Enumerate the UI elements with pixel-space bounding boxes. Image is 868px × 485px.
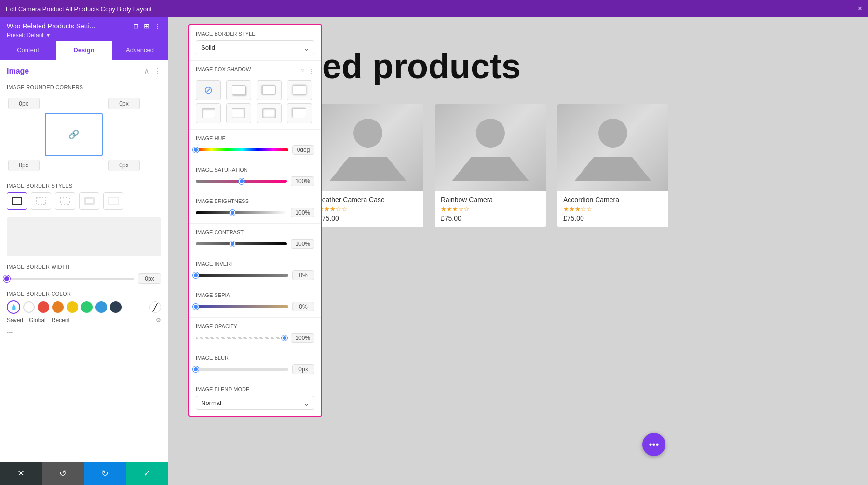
color-swatches: 💧 ╱ bbox=[7, 300, 161, 314]
fp-blur-slider-row: 0px bbox=[196, 364, 314, 374]
border-width-track[interactable] bbox=[7, 278, 134, 280]
swatch-red[interactable] bbox=[38, 301, 49, 313]
fp-sepia-track[interactable] bbox=[196, 305, 288, 308]
fp-sepia-value[interactable]: 0% bbox=[292, 302, 314, 311]
product-stars-3: ★★★☆☆ bbox=[563, 205, 663, 213]
fp-blur-track[interactable] bbox=[196, 368, 288, 371]
columns-icon[interactable]: ⊞ bbox=[144, 22, 149, 30]
fp-blend-mode-select[interactable]: Normal Multiply Screen Overlay bbox=[196, 396, 314, 410]
close-button[interactable]: × bbox=[858, 4, 862, 13]
product-card-2: Rainbow Camera ★★★☆☆ £75.00 bbox=[435, 104, 546, 227]
border-styles-buttons bbox=[7, 192, 161, 210]
fp-contrast-label: Image Contrast bbox=[196, 229, 314, 235]
fp-hue-value[interactable]: 0deg bbox=[292, 145, 314, 155]
fp-opacity-section: Image Opacity 100% bbox=[189, 318, 321, 349]
svg-rect-5 bbox=[108, 198, 118, 204]
fp-saturation-value[interactable]: 100% bbox=[291, 176, 314, 186]
color-settings-icon[interactable]: ⚙ bbox=[156, 317, 161, 323]
shadow-inner-left-option[interactable] bbox=[226, 103, 251, 123]
product-thumb-2 bbox=[435, 104, 546, 191]
color-tab-saved[interactable]: Saved bbox=[7, 317, 23, 323]
undo-button[interactable]: ↺ bbox=[42, 462, 84, 485]
link-icon[interactable]: 🔗 bbox=[68, 129, 79, 140]
fp-box-shadow-header: Image Box Shadow ? ⋮ bbox=[196, 67, 314, 76]
fp-hue-section: Image Hue 0deg bbox=[189, 130, 321, 161]
eyedropper-button[interactable]: 💧 bbox=[7, 300, 20, 314]
section-title: Image bbox=[7, 67, 29, 76]
fp-invert-track[interactable] bbox=[196, 274, 288, 277]
swatch-yellow[interactable] bbox=[67, 301, 78, 313]
border-double-btn[interactable] bbox=[79, 192, 99, 210]
section-header: Image ∧ ⋮ bbox=[7, 67, 161, 79]
border-width-label: Image Border Width bbox=[7, 264, 161, 269]
tab-content[interactable]: Content bbox=[0, 41, 56, 60]
dots-icon[interactable]: ••• bbox=[7, 329, 161, 335]
settings-icon[interactable]: ⊡ bbox=[133, 22, 139, 30]
left-panel: Woo Related Products Setti... ⊡ ⊞ ⋮ Pres… bbox=[0, 17, 168, 485]
fp-border-style-section: Image Border Style Solid Dashed Dotted N… bbox=[189, 25, 321, 61]
fp-brightness-label: Image Brightness bbox=[196, 198, 314, 204]
shadow-inner-option[interactable] bbox=[196, 103, 221, 123]
tab-advanced[interactable]: Advanced bbox=[112, 41, 168, 60]
fp-blur-value[interactable]: 0px bbox=[292, 364, 314, 374]
border-solid-btn[interactable] bbox=[7, 192, 27, 210]
shadow-left-option[interactable] bbox=[257, 80, 282, 100]
fp-contrast-value[interactable]: 100% bbox=[291, 239, 314, 249]
shadow-corner-option[interactable] bbox=[287, 103, 312, 123]
preset-selector[interactable]: Preset: Default ▾ bbox=[7, 32, 161, 39]
fp-hue-track[interactable] bbox=[196, 148, 288, 151]
rounded-corners-label: Image Rounded Corners bbox=[7, 84, 161, 90]
shadow-full-option[interactable] bbox=[287, 80, 312, 100]
panel-title-row: Woo Related Products Setti... ⊡ ⊞ ⋮ bbox=[7, 22, 161, 30]
more-icon[interactable]: ⋮ bbox=[154, 22, 161, 30]
swatch-white[interactable] bbox=[23, 301, 35, 313]
fp-sepia-slider-row: 0% bbox=[196, 302, 314, 311]
fp-blend-mode-select-wrap: Normal Multiply Screen Overlay bbox=[196, 396, 314, 410]
fp-contrast-track[interactable] bbox=[196, 242, 287, 245]
shadow-none-option[interactable]: ⊘ bbox=[196, 80, 221, 100]
fp-opacity-value[interactable]: 100% bbox=[291, 333, 314, 343]
swatch-blue-light[interactable] bbox=[95, 301, 107, 313]
product-name-1: Leather Camera Case bbox=[318, 196, 418, 203]
section-controls: ∧ ⋮ bbox=[144, 67, 161, 76]
border-dotted-btn[interactable] bbox=[55, 192, 75, 210]
corner-preview: 🔗 bbox=[45, 113, 103, 156]
corner-bottom-right[interactable] bbox=[108, 160, 140, 171]
fp-border-style-label: Image Border Style bbox=[196, 31, 314, 37]
border-dashed-btn[interactable] bbox=[31, 192, 51, 210]
shadow-inset-option[interactable] bbox=[257, 103, 282, 123]
fp-invert-value[interactable]: 0% bbox=[292, 270, 314, 280]
fp-saturation-slider-row: 100% bbox=[196, 176, 314, 186]
swatch-dark[interactable] bbox=[110, 301, 122, 313]
fp-invert-section: Image Invert 0% bbox=[189, 255, 321, 286]
eraser-button[interactable]: ╱ bbox=[149, 301, 161, 313]
corner-top-right[interactable] bbox=[108, 98, 140, 109]
section-more-icon[interactable]: ⋮ bbox=[153, 67, 161, 76]
border-width-value[interactable]: 0px bbox=[138, 273, 161, 284]
border-none-btn[interactable] bbox=[103, 192, 123, 210]
fp-saturation-track[interactable] bbox=[196, 180, 287, 183]
tab-design[interactable]: Design bbox=[56, 41, 112, 60]
color-tab-global[interactable]: Global bbox=[29, 317, 46, 323]
shadow-bottom-right-option[interactable] bbox=[226, 80, 251, 100]
fp-opacity-track[interactable] bbox=[196, 337, 287, 339]
product-name-3: Accordion Camera bbox=[563, 196, 663, 203]
shadow-more-icon[interactable]: ⋮ bbox=[308, 67, 314, 75]
help-icon[interactable]: ? bbox=[300, 68, 304, 75]
fp-invert-label: Image Invert bbox=[196, 261, 314, 267]
fp-brightness-track[interactable] bbox=[196, 211, 287, 214]
fab-button[interactable]: ••• bbox=[642, 433, 665, 456]
swatch-orange[interactable] bbox=[52, 301, 64, 313]
redo-button[interactable]: ↻ bbox=[84, 462, 126, 485]
swatch-green[interactable] bbox=[81, 301, 93, 313]
corner-top-left[interactable] bbox=[8, 98, 40, 109]
color-tab-recent[interactable]: Recent bbox=[52, 317, 70, 323]
svg-rect-2 bbox=[60, 198, 70, 204]
fp-hue-label: Image Hue bbox=[196, 135, 314, 141]
collapse-icon[interactable]: ∧ bbox=[144, 67, 149, 76]
save-button[interactable]: ✓ bbox=[126, 462, 168, 485]
corner-bottom-left[interactable] bbox=[8, 160, 40, 171]
fp-border-style-select[interactable]: Solid Dashed Dotted None bbox=[196, 40, 314, 54]
fp-brightness-value[interactable]: 100% bbox=[291, 208, 314, 217]
cancel-button[interactable]: ✕ bbox=[0, 462, 42, 485]
